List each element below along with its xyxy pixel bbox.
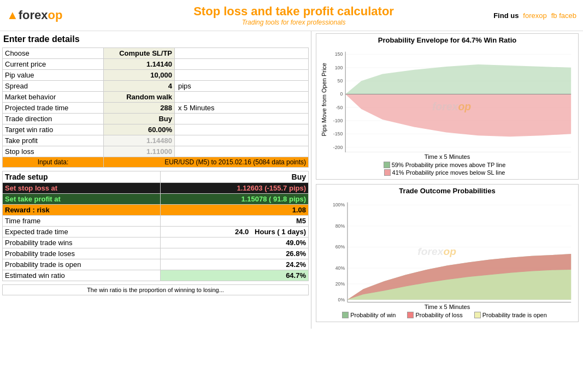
value-spread[interactable]: 4: [104, 81, 175, 92]
legend-label-loss: Probability of loss: [415, 312, 462, 318]
subtitle: Trading tools for forex professionals: [94, 19, 493, 26]
table-row: Pip value 10,000: [3, 70, 309, 81]
table-row: Current price 1.14140: [3, 59, 309, 70]
tp-row: Set take profit at 1.15078 ( 91.8 pips): [3, 194, 309, 205]
table-row: Stop loss 1.11000: [3, 146, 309, 157]
footnote: The win ratio is the proportion of winni…: [2, 284, 309, 295]
est-win-row: Estimated win ratio 64.7%: [3, 270, 309, 281]
unit-choose: [175, 48, 309, 59]
svg-text:-150: -150: [333, 131, 343, 136]
legend-win: Probability of win: [342, 312, 396, 318]
logo-arrow: ▲: [7, 8, 19, 22]
svg-text:forexop: forexop: [417, 246, 456, 257]
legend-label-tp: 59% Probability price moves above TP lin…: [392, 162, 506, 168]
data-source-value: EUR/USD (M5) to 2015.02.16 (5084 data po…: [104, 157, 309, 168]
label-spread: Spread: [3, 81, 104, 92]
value-choose[interactable]: Compute SL/TP: [104, 48, 175, 59]
unit-market-behavior: [175, 92, 309, 103]
table-row: Projected trade time 288 x 5 Minutes: [3, 103, 309, 114]
label-pip-value: Pip value: [3, 70, 104, 81]
value-current-price[interactable]: 1.14140: [104, 59, 175, 70]
expected-label: Expected trade time: [3, 227, 161, 237]
tp-value: 1.15078 ( 91.8 pips): [161, 194, 309, 205]
results-header-row: Trade setup Buy: [3, 171, 309, 183]
main-container: Enter trade details Choose Compute SL/TP…: [0, 31, 583, 329]
table-row: Spread 4 pips: [3, 81, 309, 92]
timeframe-label: Time frame: [3, 216, 161, 227]
legend-box-sl: [384, 169, 391, 176]
input-table: Choose Compute SL/TP Current price 1.141…: [2, 47, 309, 168]
prob-lose-value: 26.8%: [161, 248, 309, 259]
results-table: Trade setup Buy Set stop loss at 1.12603…: [2, 171, 309, 281]
prob-win-label: Probability trade wins: [3, 237, 161, 248]
svg-text:-200: -200: [333, 145, 343, 150]
chart1-legend: Time x 5 Minutes 59% Probability price m…: [321, 153, 574, 177]
sl-label: Set stop loss at: [3, 183, 161, 194]
value-projected-trade-time[interactable]: 288: [104, 103, 175, 114]
prob-lose-label: Probability trade loses: [3, 248, 161, 259]
prob-open-row: Probability trade is open 24.2%: [3, 259, 309, 270]
legend-item-sl: 41% Probability price moves below SL lin…: [384, 169, 505, 176]
trade-setup-value: Buy: [161, 171, 309, 183]
timeframe-row: Time frame M5: [3, 216, 309, 227]
unit-take-profit: [175, 135, 309, 146]
label-current-price: Current price: [3, 59, 104, 70]
left-panel: Enter trade details Choose Compute SL/TP…: [0, 31, 311, 329]
sl-row: Set stop loss at 1.12603 (-155.7 pips): [3, 183, 309, 194]
label-projected-trade-time: Projected trade time: [3, 103, 104, 114]
svg-text:80%: 80%: [335, 223, 345, 229]
svg-text:-100: -100: [333, 118, 343, 123]
value-target-win-ratio[interactable]: 60.00%: [104, 124, 175, 135]
unit-trade-direction: [175, 114, 309, 124]
label-market-behavior: Market behavior: [3, 92, 104, 103]
label-trade-direction: Trade direction: [3, 114, 104, 124]
prob-open-value: 24.2%: [161, 259, 309, 270]
value-pip-value[interactable]: 10,000: [104, 70, 175, 81]
svg-marker-16: [345, 64, 571, 94]
unit-current-price: [175, 59, 309, 70]
legend-label-win: Probability of win: [350, 312, 396, 318]
prob-win-value: 49.0%: [161, 237, 309, 248]
rr-row: Reward : risk 1.08: [3, 205, 309, 216]
findus-link[interactable]: forexop: [523, 11, 546, 20]
timeframe-value: M5: [161, 216, 309, 227]
title-area: Stop loss and take profit calculator Tra…: [94, 4, 493, 26]
label-choose: Choose: [3, 48, 104, 59]
legend-box-open: [474, 312, 481, 318]
legend-label-sl: 41% Probability price moves below SL lin…: [392, 169, 505, 176]
value-take-profit: 1.14480: [104, 135, 175, 146]
svg-text:20%: 20%: [335, 281, 345, 287]
chart1-container: Probability Envelope for 64.7% Win Ratio…: [316, 33, 579, 180]
est-win-label: Estimated win ratio: [3, 270, 161, 281]
chart1-title: Probability Envelope for 64.7% Win Ratio: [321, 36, 574, 44]
svg-text:0%: 0%: [338, 297, 345, 302]
svg-text:0: 0: [340, 91, 343, 97]
rr-label: Reward : risk: [3, 205, 161, 216]
right-panel: Probability Envelope for 64.7% Win Ratio…: [311, 31, 583, 329]
table-row: Market behavior Random walk: [3, 92, 309, 103]
svg-text:-50: -50: [336, 105, 343, 110]
chart2-title: Trade Outcome Probabilities: [321, 187, 574, 195]
svg-text:60%: 60%: [335, 245, 345, 250]
table-row: Choose Compute SL/TP: [3, 48, 309, 59]
findus-label: Find us: [493, 11, 519, 20]
value-market-behavior[interactable]: Random walk: [104, 92, 175, 103]
main-title: Stop loss and take profit calculator: [94, 4, 493, 19]
chart2-x-label: Time x 5 Minutes: [321, 304, 574, 310]
tp-label: Set take profit at: [3, 194, 161, 205]
legend-loss: Probability of loss: [407, 312, 462, 318]
expected-value: 24.0 Hours ( 1 days): [161, 227, 309, 237]
label-take-profit: Take profit: [3, 135, 104, 146]
chart2-container: Trade Outcome Probabilities 100% 80% 60%…: [316, 184, 579, 322]
section-title: Enter trade details: [2, 34, 309, 44]
unit-stop-loss: [175, 146, 309, 157]
chart2-legend: Time x 5 Minutes Probability of win Prob…: [321, 304, 574, 319]
prob-open-label: Probability trade is open: [3, 259, 161, 270]
value-trade-direction[interactable]: Buy: [104, 114, 175, 124]
chart1-y-label: Pips Move from Open Price: [321, 63, 327, 136]
fb-link[interactable]: fb faceb: [551, 11, 576, 20]
value-stop-loss: 1.11000: [104, 146, 175, 157]
trade-setup-label: Trade setup: [3, 171, 161, 183]
logo-area: ▲forexop: [7, 8, 94, 22]
header: ▲forexop Stop loss and take profit calcu…: [0, 0, 583, 31]
